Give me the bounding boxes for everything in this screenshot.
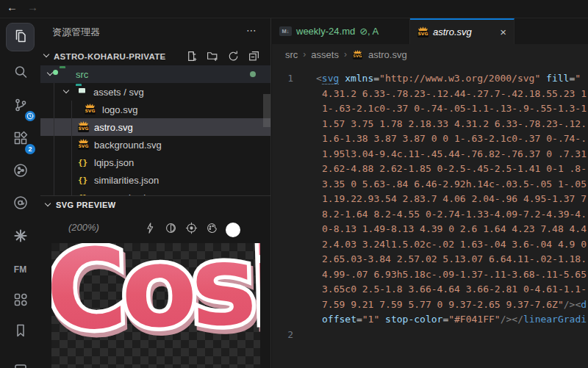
breadcrumb-separator: › <box>303 49 306 59</box>
line-number <box>272 297 303 313</box>
refresh-icon[interactable] <box>227 50 240 65</box>
tree-item-assets-svg[interactable]: assets / svg <box>40 83 271 101</box>
tree-item-astro-svg[interactable]: SVGastro.svg <box>40 118 271 136</box>
breadcrumb-assets[interactable]: assets <box>311 49 339 60</box>
fm-icon: FM <box>14 264 26 275</box>
breadcrumb: src › assets › SVG astro.svg <box>272 44 588 65</box>
code-line[interactable]: 1<svg xmlns="http://www.w3.org/2000/svg"… <box>272 71 588 87</box>
code-text: 4.99-.07 6.93h5.18c-.09-1.37-.11-3.68-.1… <box>303 267 587 283</box>
tree-item-src[interactable]: src <box>40 65 271 83</box>
new-file-icon[interactable] <box>186 50 198 65</box>
tree-item-logo-svg[interactable]: SVGlogo.svg <box>40 101 271 118</box>
code-line[interactable]: 2.4.03 3.24l1.5.02c-.02 1.63-.04 3.6-.04… <box>272 237 588 253</box>
tree-item-similarities-json[interactable]: {}similarities.json <box>40 171 271 189</box>
svg-preview-image: Cosine <box>51 243 260 368</box>
indent-guide <box>71 101 72 195</box>
line-number <box>272 237 303 253</box>
code-line[interactable]: 1-.63-2.1c0-.37 0-.74-.05-1.1-.13-.9-.55… <box>272 101 588 117</box>
preview-background-color-button[interactable] <box>226 223 240 237</box>
markdown-icon: M↓ <box>279 26 292 36</box>
svg-file-icon: SVG <box>85 104 96 115</box>
code-text: 1.95l3.04-9.4c.11-.45.44-.76.82-.76.37 0… <box>303 147 587 162</box>
sidebar-item-source-control[interactable] <box>6 92 35 120</box>
line-number <box>272 131 303 147</box>
code-text: 1.57 3.75 1.78 2.18.33 4.31.2 6.33-.78.2… <box>303 117 587 132</box>
code-line[interactable]: 1.6-1.38 3.87 3.87 0 0 1-.63-2.1c0-.37 0… <box>272 131 588 147</box>
activity-bar: 2 FM <box>0 18 40 368</box>
code-line[interactable]: 0-8.13 1.49-8.13 4.39 0 2.6 1.64 4.23 7.… <box>272 222 588 237</box>
sidebar-item-mentions-extension[interactable] <box>6 190 35 218</box>
contrast-icon[interactable] <box>164 221 178 238</box>
code-line[interactable]: 2.65.03-3.84 2.57.02 5.13.07 6.64.11-.02… <box>272 252 588 267</box>
line-number <box>272 162 303 177</box>
nav-back-icon[interactable]: ← <box>7 1 18 13</box>
svg-file-icon: SVG <box>353 50 362 59</box>
code-line[interactable]: 4.31.2 6.33-.78.23-.12.44-.27.7-.42.18.5… <box>272 87 588 102</box>
svg-preview-panel-header[interactable]: SVG PREVIEW <box>40 195 270 214</box>
code-line[interactable]: 1.19.22.93.54 2.83.7 4.06 2.04-.96 4.95-… <box>272 192 588 207</box>
tree-item-label: assets / svg <box>93 87 144 98</box>
preview-word: Cosine <box>51 243 260 354</box>
chevron-down-icon <box>47 70 53 76</box>
tree-item-background-svg[interactable]: SVGbackground.svg <box>40 136 271 154</box>
code-line[interactable]: 2.62-4.88 2.62-1.85 0-2.5-.45-2.5-1.41 0… <box>272 162 588 177</box>
nav-forward-icon: → <box>27 1 38 13</box>
sidebar-item-bookmarks-extension[interactable] <box>6 317 35 346</box>
line-number: 2 <box>272 328 303 343</box>
code-line[interactable]: 4.99-.07 6.93h5.18c-.09-1.37-.11-3.68-.1… <box>272 267 588 283</box>
sidebar-item-fm-extension[interactable]: FM <box>6 255 35 284</box>
more-actions-icon[interactable]: ⋯ <box>246 24 257 36</box>
breadcrumb-file[interactable]: astro.svg <box>368 49 407 60</box>
code-line[interactable]: 1.95l3.04-9.4c.11-.45.44-.76.82-.76.37 0… <box>272 147 588 162</box>
code-line[interactable]: 7.59 9.21 7.59 5.77 0 9.37-2.65 9.37-7.6… <box>272 297 588 313</box>
line-number <box>272 267 303 283</box>
bookmark-icon <box>12 322 29 342</box>
code-line[interactable]: 2 <box>272 328 588 343</box>
sidebar-item-extensions[interactable]: 2 <box>6 125 35 154</box>
svg-preview-toolbar: (200%) <box>40 214 270 243</box>
workspace-section-header[interactable]: ASTRO-KOHARU-PRIVATE <box>40 48 270 65</box>
sidebar-item-graph-extension[interactable] <box>6 157 35 186</box>
code-line[interactable]: 8.2-1.64 8.2-4.55 0-2.74-1.33-4.09-7.2-4… <box>272 207 588 223</box>
line-number <box>272 207 303 223</box>
palette-icon[interactable] <box>205 221 219 238</box>
code-text: 1.6-1.38 3.87 3.87 0 0 1-.63-2.1c0-.37 0… <box>303 131 587 147</box>
explorer-header: 资源管理器 ⋯ <box>40 23 270 40</box>
flash-icon[interactable] <box>143 221 157 238</box>
indent-guide <box>54 83 54 195</box>
line-number <box>272 282 303 297</box>
breadcrumb-separator: › <box>344 49 347 59</box>
editor-group: M↓ weekly-24.md ⊘, A SVG astro.svg × src… <box>272 18 588 368</box>
close-icon[interactable]: × <box>500 28 506 37</box>
code-editor[interactable]: 1<svg xmlns="http://www.w3.org/2000/svg"… <box>272 65 588 368</box>
code-line[interactable]: 1.57 3.75 1.78 2.18.33 4.31.2 6.33-.78.2… <box>272 117 588 132</box>
tree-item-lqips-json[interactable]: {}lqips.json <box>40 154 271 171</box>
json-file-icon: {} <box>78 176 87 185</box>
sidebar-item-explorer[interactable] <box>6 23 35 51</box>
code-line[interactable]: 3.35 0 5.63-.84 6.46-2.92h.14c-.03.5-.05… <box>272 177 588 192</box>
code-text: 3.35 0 5.63-.84 6.46-2.92h.14c-.03.5-.05… <box>303 177 587 192</box>
code-text: 7.59 9.21 7.59 5.77 0 9.37-2.65 9.37-7.6… <box>303 297 587 313</box>
tab-weekly-24-md[interactable]: M↓ weekly-24.md ⊘, A <box>272 18 410 44</box>
sidebar-item-starburst-extension[interactable] <box>6 223 35 251</box>
collapse-all-icon[interactable] <box>248 50 260 65</box>
line-number <box>272 312 303 328</box>
sidebar-item-more-extension[interactable] <box>6 350 35 368</box>
new-folder-icon[interactable] <box>207 50 219 65</box>
tab-astro-svg[interactable]: SVG astro.svg × <box>410 18 514 44</box>
code-text: 2.4.03 3.24l1.5.02c-.02 1.63-.04 3.6-.04… <box>303 237 587 253</box>
code-line[interactable]: offset="1" stop-color="#F041FF"/></linea… <box>272 312 588 328</box>
code-line[interactable]: 3.65c0 2.5-1.8 3.66-4.64 3.66-2.81 0-4.6… <box>272 282 588 297</box>
git-status-dot <box>250 71 256 77</box>
sidebar-item-search[interactable] <box>6 59 35 87</box>
tree-scrollbar[interactable] <box>263 94 270 127</box>
shapes-icon <box>12 291 29 311</box>
crosshair-icon[interactable] <box>184 221 198 238</box>
line-number <box>272 192 303 207</box>
tree-item-summaries-json[interactable]: {}summaries.json <box>40 189 271 195</box>
sidebar-item-shapes-extension[interactable] <box>6 286 35 315</box>
breadcrumb-src[interactable]: src <box>285 49 298 60</box>
code-text: 3.65c0 2.5-1.8 3.66-4.64 3.66-2.81 0-4.6… <box>303 282 587 297</box>
source-control-clock-badge <box>25 111 35 121</box>
tab-git-badges: ⊘, A <box>359 26 379 37</box>
